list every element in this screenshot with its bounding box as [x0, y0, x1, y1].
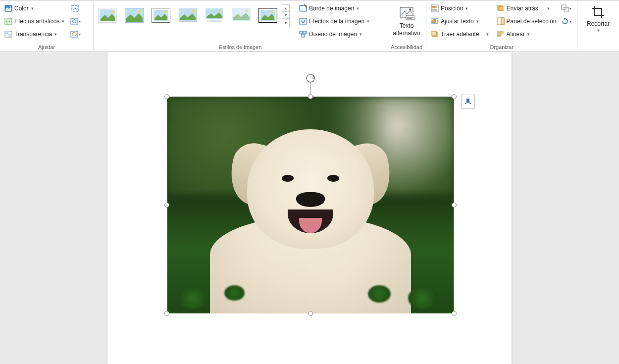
svg-point-22 — [219, 10, 221, 12]
gallery-scroller[interactable]: ▴ ▾ ▾ — [282, 4, 290, 27]
artistic-label: Efectos artísticos — [14, 18, 59, 25]
picture-layout-button[interactable]: Diseño de imagen ▾ — [297, 28, 372, 40]
chevron-down-icon: ▾ — [547, 6, 550, 11]
change-picture-icon — [70, 30, 78, 38]
rotate-button[interactable]: ▾ — [560, 15, 572, 27]
color-button[interactable]: Color ▾ — [2, 2, 67, 14]
wrap-text-button[interactable]: Ajustar texto ▾ — [428, 15, 491, 27]
svg-rect-53 — [466, 99, 469, 102]
group-arrange: Posición ▾ Ajustar texto ▾ Traer adelant… — [426, 0, 577, 52]
group-label-size — [577, 49, 619, 52]
effects-label: Efectos de la imagen — [309, 18, 364, 25]
align-label: Alinear — [507, 31, 525, 38]
style-thumb-5[interactable] — [203, 4, 226, 26]
resize-handle-mr[interactable] — [452, 203, 457, 208]
chevron-down-icon: ▾ — [79, 32, 81, 37]
remove-bg-icon — [71, 4, 79, 12]
position-button[interactable]: Posición ▾ — [428, 2, 491, 14]
chevron-down-icon: ▾ — [476, 19, 479, 24]
resize-handle-bm[interactable] — [308, 311, 313, 316]
style-thumb-1[interactable] — [96, 4, 119, 26]
style-thumb-7[interactable] — [256, 4, 280, 26]
group-adjust: Color ▾ Efectos artísticos ▾ Transparenc… — [0, 0, 93, 52]
ribbon: Color ▾ Efectos artísticos ▾ Transparenc… — [0, 0, 619, 52]
svg-point-37 — [409, 8, 411, 10]
gallery-down-icon[interactable]: ▾ — [282, 12, 289, 19]
svg-point-18 — [164, 11, 167, 13]
backward-label: Enviar atrás — [507, 5, 538, 12]
pic-layout-icon — [299, 30, 307, 38]
chevron-down-icon: ▾ — [62, 19, 64, 24]
forward-label: Traer adelante — [441, 31, 479, 38]
group-icon — [561, 4, 569, 12]
rotation-handle[interactable] — [305, 73, 316, 84]
selection-pane-label: Panel de selección — [507, 18, 557, 25]
border-label: Borde de imagen — [309, 5, 354, 12]
image-content — [167, 97, 454, 313]
align-button[interactable]: Alinear ▾ — [494, 28, 559, 40]
group-label-arrange: Organizar — [426, 43, 577, 52]
change-picture-button[interactable]: ▾ — [69, 28, 82, 40]
resize-handle-tl[interactable] — [164, 94, 169, 99]
resize-handle-tr[interactable] — [452, 94, 457, 99]
picture-border-button[interactable]: Borde de imagen ▾ — [297, 2, 372, 14]
remove-background-button[interactable] — [69, 2, 82, 14]
transparency-button[interactable]: Transparencia ▾ — [2, 28, 67, 40]
position-label: Posición — [441, 5, 463, 12]
backward-icon — [497, 4, 505, 12]
position-icon — [431, 4, 439, 12]
svg-rect-49 — [498, 35, 501, 36]
transparency-label: Transparencia — [14, 31, 52, 38]
selection-pane-icon — [497, 17, 505, 25]
corrections-button[interactable]: ▾ — [69, 15, 82, 27]
border-icon — [299, 4, 307, 12]
chevron-down-icon: ▾ — [465, 6, 468, 11]
align-icon — [497, 30, 505, 38]
selection-pane-button[interactable]: Panel de selección — [494, 15, 559, 27]
chevron-down-icon: ▾ — [54, 32, 57, 37]
svg-rect-34 — [304, 31, 307, 34]
style-thumb-4[interactable] — [176, 4, 200, 26]
chevron-down-icon: ▾ — [367, 19, 369, 24]
alt-text-button[interactable]: Texto alternativo — [389, 2, 424, 41]
style-thumb-3[interactable] — [149, 4, 173, 26]
resize-handle-bl[interactable] — [164, 311, 169, 316]
crop-icon — [591, 5, 605, 19]
send-backward-button[interactable]: Enviar atrás ▾ — [494, 2, 559, 14]
group-objects-button[interactable]: ▾ — [560, 2, 572, 14]
artistic-effects-button[interactable]: Efectos artísticos ▾ — [2, 15, 67, 27]
wrap-label: Ajustar texto — [441, 18, 474, 25]
svg-rect-35 — [302, 35, 305, 37]
crop-label: Recortar — [587, 20, 610, 28]
chevron-down-icon: ▾ — [569, 19, 571, 24]
selected-image[interactable] — [167, 97, 454, 313]
layout-options-icon — [464, 97, 472, 106]
alt-text-label: Texto alternativo — [390, 22, 423, 37]
group-label-styles: Estilos de imagen — [94, 43, 387, 52]
picture-effects-button[interactable]: Efectos de la imagen ▾ — [297, 15, 372, 27]
svg-point-20 — [192, 10, 195, 13]
page[interactable] — [107, 52, 512, 364]
resize-handle-br[interactable] — [452, 311, 457, 316]
style-thumb-2[interactable] — [122, 4, 146, 26]
rotate-icon — [561, 17, 569, 25]
chevron-down-icon: ▾ — [357, 6, 359, 11]
chevron-down-icon: ▾ — [486, 32, 489, 37]
bring-forward-button[interactable]: Traer adelante ▾ — [428, 28, 491, 40]
crop-button[interactable]: Recortar ▾ — [584, 2, 612, 41]
chevron-down-icon: ▾ — [360, 32, 362, 37]
pic-layout-label: Diseño de imagen — [309, 31, 357, 38]
color-icon — [4, 4, 12, 12]
resize-handle-tm[interactable] — [308, 94, 313, 99]
gallery-more-icon[interactable]: ▾ — [282, 19, 289, 27]
layout-options-button[interactable] — [461, 95, 475, 108]
chevron-down-icon: ▾ — [79, 19, 81, 24]
chevron-down-icon: ▾ — [597, 28, 600, 33]
svg-rect-47 — [501, 18, 504, 25]
gallery-up-icon[interactable]: ▴ — [282, 5, 289, 12]
style-thumb-6[interactable] — [229, 4, 253, 26]
svg-point-32 — [303, 21, 304, 22]
svg-point-13 — [111, 10, 114, 13]
resize-handle-ml[interactable] — [164, 203, 169, 208]
svg-point-25 — [245, 9, 248, 12]
